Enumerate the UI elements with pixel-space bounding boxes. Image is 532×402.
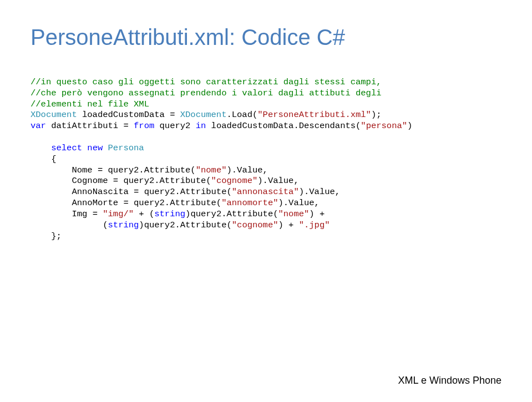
code-indent4-3 — [31, 231, 51, 241]
code-str-loadfile: "PersoneAttributi.xml" — [257, 110, 371, 120]
code-indent8-4 — [31, 198, 72, 208]
code-plus-cast-open-1: + ( — [134, 209, 154, 219]
code-str-cognome: "cognome" — [211, 176, 258, 186]
code-cognome-eq: Cognome = query2.Attribute( — [72, 176, 211, 186]
code-indent8-2 — [31, 176, 72, 186]
code-str-nome-2: "nome" — [278, 209, 310, 219]
code-loaded-desc: loadedCustomData.Descendants( — [206, 121, 361, 131]
slide: PersoneAttributi.xml: Codice C# //in que… — [0, 0, 532, 402]
code-str-annomorte: "annomorte" — [221, 198, 278, 208]
code-str-persona: "persona" — [361, 121, 407, 131]
code-cast-close-q2attr-1: )query2.Attribute( — [185, 209, 278, 219]
code-indent4-1 — [31, 143, 51, 153]
code-dot-load: .Load( — [226, 110, 257, 120]
code-kw-var: var — [31, 121, 46, 131]
code-close2: ) — [407, 121, 412, 131]
code-cast-close-q2attr-2: )query2.Attribute( — [139, 220, 231, 230]
code-annonascita-eq: AnnoNascita = query2.Attribute( — [72, 187, 231, 197]
code-nome-eq: Nome = query2.Attribute( — [72, 165, 195, 175]
code-type-persona: Persona — [108, 143, 144, 153]
code-q2: query2 — [154, 121, 195, 131]
code-type-xdocument-2: XDocument — [180, 110, 227, 120]
code-kw-string-1: string — [154, 209, 185, 219]
code-lbrace: { — [51, 154, 56, 164]
code-comment1: //in questo caso gli oggetti sono caratt… — [31, 77, 382, 87]
code-val-comma-1: ).Value, — [226, 165, 267, 175]
code-img-eq: Img = — [72, 209, 103, 219]
code-rbrace-semi: }; — [51, 231, 62, 241]
code-close1: ); — [371, 110, 382, 120]
code-val-comma-4: ).Value, — [278, 198, 320, 208]
code-type-xdocument-1: XDocument — [31, 110, 77, 120]
code-kw-in: in — [196, 121, 206, 131]
code-comment2: //che però vengono assegnati prendendo i… — [31, 88, 382, 98]
footer-text: XML e Windows Phone — [398, 375, 501, 386]
code-kw-select: select — [51, 143, 82, 153]
code-str-cognome-2: "cognome" — [232, 220, 278, 230]
code-var-loaded: loadedCustomData = — [77, 110, 180, 120]
code-indent8-1 — [31, 165, 72, 175]
code-str-nome: "nome" — [196, 165, 227, 175]
code-indent8-3 — [31, 187, 72, 197]
code-kw-from: from — [134, 121, 154, 131]
code-space2 — [103, 143, 108, 153]
code-annomorte-eq: AnnoMorte = query2.Attribute( — [72, 198, 221, 208]
code-indent-cont: ( — [31, 220, 108, 230]
code-str-imgslash: "img/" — [103, 209, 134, 219]
slide-title: PersoneAttributi.xml: Codice C# — [31, 25, 501, 49]
code-val-comma-3: ).Value, — [299, 187, 340, 197]
code-kw-new: new — [87, 143, 103, 153]
code-block: //in questo caso gli oggetti sono caratt… — [31, 77, 501, 242]
code-indent8-5 — [31, 209, 72, 219]
code-str-jpg: ".jpg" — [299, 220, 330, 230]
code-close-plus-space: ) + — [278, 220, 299, 230]
code-kw-string-2: string — [108, 220, 139, 230]
code-comment3: //elementi nel file XML — [31, 99, 149, 109]
code-indent4-2 — [31, 154, 51, 164]
code-close-paren-plus-1: ) + — [309, 209, 325, 219]
code-space1 — [82, 143, 87, 153]
code-val-comma-2: ).Value, — [257, 176, 298, 186]
code-str-annonascita: "annonascita" — [232, 187, 299, 197]
code-var-datiattr: datiAttributi = — [46, 121, 134, 131]
